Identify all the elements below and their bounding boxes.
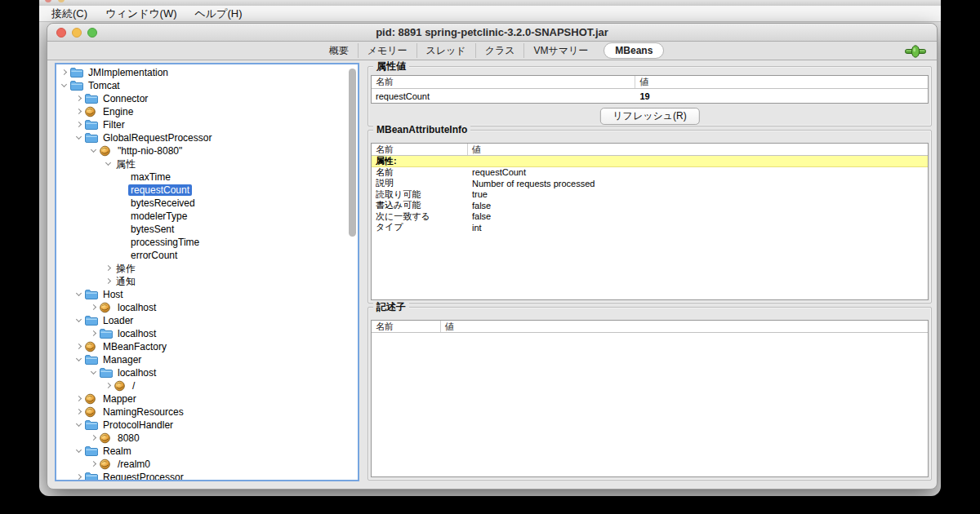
window-titlebar[interactable]: pid: 8891 spring-petclinic-3.2.0-SNAPSHO… [47,24,937,42]
tree-row[interactable]: bytesSent [56,223,346,236]
column-header-name[interactable]: 名前 [372,76,635,88]
table-row[interactable]: 説明Number of requests processed [372,178,928,189]
expand-chevron-icon[interactable] [89,303,99,312]
tree-row[interactable]: /realm0 [56,458,346,471]
expand-chevron-icon[interactable] [74,94,84,104]
table-header-row[interactable]: 名前 値 [372,144,928,156]
tree-row[interactable]: Loader [56,314,346,327]
tab-2[interactable]: スレッド [416,43,475,58]
menu-item-connection[interactable]: 接続(C) [42,7,96,21]
tree-row[interactable]: / [56,379,346,392]
expand-chevron-icon[interactable] [89,329,99,339]
expand-chevron-icon[interactable] [74,394,84,404]
collapse-chevron-icon[interactable] [74,290,84,299]
tree-vertical-scrollbar[interactable] [349,69,356,237]
collapse-chevron-icon[interactable] [74,316,84,326]
descriptor-title: 記述子 [373,301,409,313]
expand-chevron-icon[interactable] [89,459,99,469]
tree-item-label: localhost [115,302,158,313]
expand-chevron-icon[interactable] [89,433,99,443]
tree-row[interactable]: Filter [56,118,346,131]
tree-row[interactable]: modelerType [56,210,346,223]
menu-item-window[interactable]: ウィンドウ(W) [96,7,185,21]
collapse-chevron-icon[interactable] [104,159,114,169]
tree-item-label: Manager [100,354,144,366]
tree-row[interactable]: Host [56,288,346,301]
tree-item-label: localhost [115,367,158,379]
tree-row[interactable]: Tomcat [56,79,346,92]
tree-row[interactable]: Engine [56,105,346,118]
tree-row[interactable]: Connector [56,92,346,105]
info-value-cell: requestCount [468,167,928,177]
info-value-cell: false [468,211,928,221]
expand-chevron-icon[interactable] [74,407,84,417]
tree-row[interactable]: MBeanFactory [56,340,346,353]
collapse-chevron-icon[interactable] [74,355,84,365]
table-header-row[interactable]: 名前 値 [372,321,928,333]
tab-1[interactable]: メモリー [358,43,416,58]
expand-chevron-icon[interactable] [74,342,84,352]
tree-row[interactable]: 8080 [56,432,346,445]
table-row[interactable]: 書込み可能false [372,200,928,211]
table-row[interactable]: 名前requestCount [372,167,928,179]
tree-row[interactable]: 属性 [56,157,346,171]
column-header-value[interactable]: 値 [441,321,928,333]
tree-item-label: MBeanFactory [100,341,169,352]
tree-row[interactable]: Realm [56,445,346,458]
table-row[interactable]: 次に一致するfalse [372,211,928,223]
attribute-values-section: 属性値 名前 値 requestCount 19 リフレッシュ(R) [368,66,932,126]
tree-row[interactable]: NamingResources [56,405,346,419]
tree-row[interactable]: processingTime [56,236,346,249]
collapse-chevron-icon[interactable] [74,446,84,456]
descriptor-section: 記述子 名前 値 [368,307,932,481]
table-row[interactable]: 読取り可能true [372,189,928,201]
tree-row[interactable]: bytesReceived [56,197,346,210]
column-header-value[interactable]: 値 [635,76,928,88]
tree-row[interactable]: errorCount [56,249,346,262]
tab-mbeans-selected[interactable]: MBeans [604,42,664,59]
collapse-chevron-icon[interactable] [60,81,69,91]
tree-row[interactable]: Manager [56,353,346,366]
tree-row[interactable]: localhost [56,327,346,340]
expand-chevron-icon[interactable] [74,107,84,117]
tree-item-label: "http-nio-8080" [115,145,185,157]
collapse-chevron-icon[interactable] [89,146,99,156]
tab-0[interactable]: 概要 [320,43,358,58]
tree-row[interactable]: GlobalRequestProcessor [56,131,346,144]
tree-row[interactable]: 通知 [56,275,346,288]
tree-row[interactable]: "http-nio-8080" [56,144,346,157]
table-row[interactable]: 属性: [372,156,928,167]
table-header-row[interactable]: 名前 値 [372,76,928,89]
tree-row[interactable]: requestCount [56,184,346,197]
tab-bar: 概要メモリースレッドクラスVMサマリーMBeans [47,42,937,60]
menu-item-help[interactable]: ヘルプ(H) [186,7,252,21]
tree-row[interactable]: maxTime [56,171,346,184]
collapse-chevron-icon[interactable] [74,133,84,143]
tree-row[interactable]: localhost [56,301,346,314]
column-header-value[interactable]: 値 [468,144,928,156]
column-header-name[interactable]: 名前 [372,144,468,155]
column-header-name[interactable]: 名前 [372,321,441,332]
tree-row[interactable]: localhost [56,366,346,379]
collapse-chevron-icon[interactable] [74,420,84,430]
table-row[interactable]: タイプint [372,222,928,233]
expand-chevron-icon[interactable] [104,381,114,391]
refresh-button[interactable]: リフレッシュ(R) [599,108,699,125]
expand-chevron-icon[interactable] [104,264,114,273]
expand-chevron-icon[interactable] [104,277,114,286]
tree-item-label: /realm0 [115,459,153,470]
tab-4[interactable]: VMサマリー [523,43,597,58]
tree-row[interactable]: JMImplementation [56,66,346,79]
tree-row[interactable]: Mapper [56,392,346,405]
tree-row[interactable]: RequestProcessor [56,471,346,481]
table-row[interactable]: requestCount 19 [372,89,928,103]
tab-3[interactable]: クラス [475,43,524,58]
tree-item-label: Filter [100,119,127,131]
tree-row[interactable]: 操作 [56,262,346,275]
expand-chevron-icon[interactable] [74,120,84,130]
info-name-cell: 属性: [372,155,468,167]
tree-row[interactable]: ProtocolHandler [56,419,346,432]
collapse-chevron-icon[interactable] [89,368,99,378]
expand-chevron-icon[interactable] [74,472,84,481]
expand-chevron-icon[interactable] [60,68,69,78]
